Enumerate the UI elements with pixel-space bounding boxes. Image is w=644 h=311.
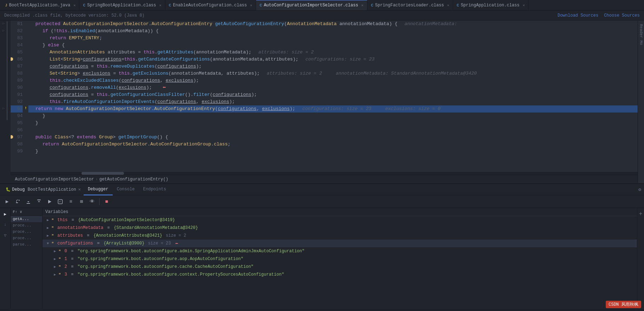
code-line-96 <box>28 127 638 134</box>
debug-title-label: Debug <box>12 187 25 192</box>
frame-item-3[interactable]: proce... <box>11 235 42 241</box>
info-bar-actions: Download Sources Choose Sources <box>558 13 640 18</box>
var-type-icon: = <box>59 249 63 253</box>
frame-item-4[interactable]: parse... <box>11 241 42 248</box>
editor-area: ▷ ▷ ▷ 81 82 83 84 85 86 87 88 89 <box>0 21 644 183</box>
step-down-icon[interactable]: ↓ <box>1 221 9 229</box>
frame-item-2[interactable]: proce... <box>11 229 42 235</box>
debug-session-label: BootTestApplication <box>28 187 76 192</box>
var-attributes[interactable]: ▶ = attributes = {AnnotationAttributes@3… <box>43 232 637 240</box>
close-icon[interactable]: ✕ <box>73 3 75 7</box>
tab-spring-factories[interactable]: C SpringFactoriesLoader.class ✕ <box>367 0 453 11</box>
tab-endpoints[interactable]: Endpoints <box>139 184 170 195</box>
line-87: 87 <box>11 63 23 70</box>
var-config-2[interactable]: ▶ = 2 = "org.springframework.boot.autoco… <box>50 263 637 271</box>
frame-item-1[interactable]: proce... <box>11 222 42 229</box>
code-line-97: public Class<? extends Group> getImportG… <box>28 134 638 141</box>
var-this[interactable]: ▶ = this = {AutoConfigurationImportSelec… <box>43 216 637 224</box>
var-config-0[interactable]: ▶ = 0 = "org.springframework.boot.autoco… <box>50 247 637 255</box>
close-icon[interactable]: ✕ <box>447 3 449 7</box>
watches-button[interactable]: 👁 <box>88 197 96 206</box>
frames-header: F↑ ∨ <box>11 208 42 216</box>
frame-item-0[interactable]: getA... <box>11 216 42 222</box>
play-icon[interactable]: ▶ <box>1 210 9 218</box>
line-86: 86 <box>11 56 23 63</box>
code-line-98: return AutoConfigurationImportSelector.A… <box>28 141 638 148</box>
code-editor[interactable]: 81 82 83 84 85 86 87 88 89 90 91 92 93 9… <box>11 21 638 183</box>
code-line-81: protected AutoConfigurationImportSelecto… <box>28 21 638 28</box>
line-83: 83 <box>11 35 23 42</box>
expand-icon[interactable]: ▶ <box>52 264 57 269</box>
line-numbers: 81 82 83 84 85 86 87 88 89 90 91 92 93 9… <box>11 21 26 172</box>
line-99: 99 <box>11 148 23 155</box>
step-into-button[interactable] <box>24 197 33 206</box>
tab-debugger[interactable]: Debugger <box>84 184 113 195</box>
vars-view-button[interactable]: ⊞ <box>77 197 86 206</box>
arrow-indicator: ⬅ <box>175 241 178 247</box>
code-line-93: 💡 return new AutoConfigurationImportSele… <box>28 105 638 113</box>
var-config-3[interactable]: ▶ = 3 = "org.springframework.boot.autoco… <box>50 271 637 278</box>
var-type-icon: = <box>59 265 63 269</box>
var-annotation-metadata[interactable]: ▶ = annotationMetadata = {StandardAnnota… <box>43 224 637 232</box>
line-92: 92 <box>11 98 23 105</box>
tab-enable-auto[interactable]: C EnableAutoConfiguration.class ✕ <box>165 0 256 11</box>
left-sidebar-debug: ▶ ↓ ▽ <box>0 208 11 309</box>
line-82: 82 <box>11 28 23 35</box>
debug-toolbar: ▶ f <box>0 195 644 208</box>
horizontal-scrollbar[interactable] <box>11 172 638 175</box>
scrollbar-thumb[interactable] <box>81 172 124 175</box>
run-to-cursor-button[interactable] <box>45 197 54 206</box>
resume-button[interactable]: ▶ <box>3 197 11 206</box>
close-icon[interactable]: ✕ <box>361 3 363 7</box>
expand-icon[interactable]: ▶ <box>52 257 57 261</box>
code-line-90: configurations.removeAll(exclusions); ⬅ <box>28 84 638 91</box>
var-configurations[interactable]: ▼ = configurations = {ArrayList@3900} si… <box>43 240 637 247</box>
code-line-85: AnnotationAttributes attributes = this.g… <box>28 49 638 56</box>
tab-console[interactable]: Console <box>113 184 139 195</box>
line-97: 97 <box>11 134 23 141</box>
close-icon[interactable]: ✕ <box>522 3 525 7</box>
expand-icon[interactable]: ▼ <box>45 241 50 246</box>
breadcrumb-separator: › <box>95 177 98 182</box>
stop-button[interactable]: ■ <box>102 197 111 206</box>
frames-view-button[interactable]: ≡ <box>67 197 75 206</box>
download-sources-link[interactable]: Download Sources <box>558 13 598 18</box>
step-out-button[interactable] <box>35 197 43 206</box>
tab-spring-application[interactable]: C SpringApplication.class ✕ <box>453 0 529 11</box>
line-85: 85 <box>11 49 23 56</box>
close-icon[interactable]: ✕ <box>250 3 252 7</box>
expand-icon[interactable]: ▶ <box>45 218 50 223</box>
variables-area: ▶ ↓ ▽ F↑ ∨ getA... proce... proce... pro… <box>0 208 644 309</box>
svg-rect-2 <box>37 200 41 200</box>
evaluate-button[interactable]: f <box>56 197 64 206</box>
code-line-87: configurations = this.removeDuplicates(c… <box>28 63 638 70</box>
close-icon[interactable]: ✕ <box>159 3 162 7</box>
var-config-1[interactable]: ▶ = 1 = "org.springframework.boot.autoco… <box>50 255 637 263</box>
expand-icon[interactable]: ▶ <box>52 272 57 277</box>
tab-bar: J BootTestApplication.java ✕ C SpringBoo… <box>0 0 644 11</box>
debug-title: 🐛 Debug BootTestApplication ✕ <box>3 187 84 192</box>
close-debug-icon[interactable]: ✕ <box>78 187 81 192</box>
line-96: 96 <box>11 127 23 134</box>
expand-icon[interactable]: ▶ <box>45 225 50 230</box>
breadcrumb-class[interactable]: AutoConfigurationImportSelector <box>15 177 94 182</box>
right-variables-panel: + <box>637 208 644 309</box>
line-88: 88 <box>11 70 23 77</box>
tab-spring-boot-app[interactable]: C SpringBootApplication.class ✕ <box>79 0 165 11</box>
frames-panel: F↑ ∨ getA... proce... proce... proce... … <box>11 208 43 309</box>
line-94: 94 <box>11 113 23 120</box>
step-over-button[interactable] <box>13 197 22 206</box>
line-93: 93 <box>11 105 23 113</box>
add-watch-button[interactable]: + <box>639 211 643 217</box>
code-line-89: this.checkExcludedClasses(configurations… <box>28 77 638 84</box>
expand-icon[interactable]: ▶ <box>45 233 50 238</box>
breadcrumb-method[interactable]: getAutoConfigurationEntry() <box>99 177 168 182</box>
breadcrumb: AutoConfigurationImportSelector › getAut… <box>11 175 638 183</box>
tab-auto-config-selector[interactable]: C AutoConfigurationImportSelector.class … <box>256 0 367 11</box>
tab-boot-test[interactable]: J BootTestApplication.java ✕ <box>1 0 79 11</box>
settings-gear-icon[interactable]: ⚙ <box>638 187 641 192</box>
filter-icon[interactable]: ▽ <box>1 231 9 239</box>
expand-icon[interactable]: ▶ <box>52 249 57 254</box>
code-lines: protected AutoConfigurationImportSelecto… <box>26 21 638 172</box>
choose-sources-link[interactable]: Choose Sources <box>604 13 640 18</box>
